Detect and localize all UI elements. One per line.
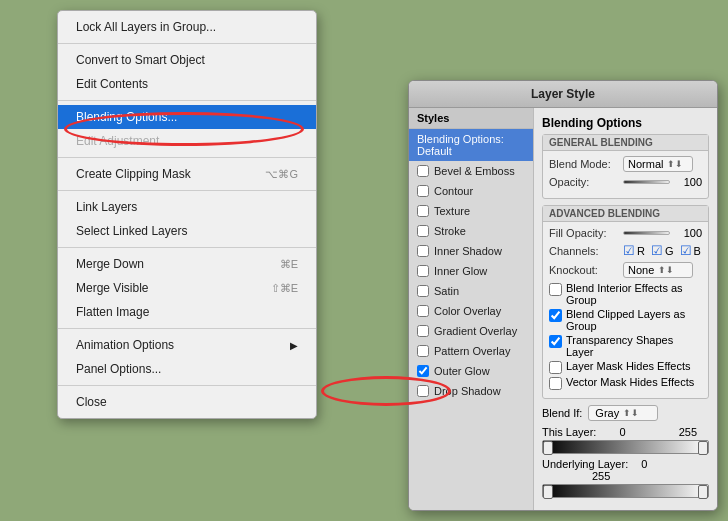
this-layer-label: This Layer: 0 255 — [542, 426, 709, 438]
blend-mode-label: Blend Mode: — [549, 158, 619, 170]
checkbox-outer-glow[interactable] — [417, 365, 429, 377]
styles-header: Styles — [409, 108, 533, 129]
style-item-inner-glow[interactable]: Inner Glow — [409, 261, 533, 281]
advanced-blending-title: Advanced Blending — [543, 206, 708, 222]
checkbox-vector-mask-row: Vector Mask Hides Effects — [549, 376, 702, 390]
menu-item-convert-smart[interactable]: Convert to Smart Object — [58, 48, 316, 72]
this-layer-slider[interactable] — [542, 440, 709, 454]
blending-options-title: Blending Options — [542, 116, 709, 130]
channel-r[interactable]: ☑ R — [623, 243, 645, 258]
checkbox-bevel-emboss[interactable] — [417, 165, 429, 177]
style-item-drop-shadow[interactable]: Drop Shadow — [409, 381, 533, 401]
general-blending-title: General Blending — [543, 135, 708, 151]
opacity-label: Opacity: — [549, 176, 619, 188]
opacity-row: Opacity: 100 — [549, 176, 702, 188]
menu-item-blending-options[interactable]: Blending Options... — [58, 105, 316, 129]
context-menu[interactable]: Lock All Layers in Group... Convert to S… — [57, 10, 317, 419]
checkbox-transparency-shapes-row: Transparency Shapes Layer — [549, 334, 702, 358]
checkbox-transparency-shapes[interactable] — [549, 335, 562, 348]
channel-b[interactable]: ☑ B — [680, 243, 701, 258]
knockout-select[interactable]: None ⬆⬇ — [623, 262, 693, 278]
blend-mode-arrow: ⬆⬇ — [667, 159, 683, 169]
knockout-arrow: ⬆⬇ — [658, 265, 674, 275]
styles-list[interactable]: Styles Blending Options: Default Bevel &… — [409, 108, 534, 510]
menu-item-merge-visible[interactable]: Merge Visible ⇧⌘E — [58, 276, 316, 300]
channel-g[interactable]: ☑ G — [651, 243, 674, 258]
knockout-label: Knockout: — [549, 264, 619, 276]
menu-item-edit-adjustment: Edit Adjustment... — [58, 129, 316, 153]
fill-opacity-slider[interactable] — [623, 231, 670, 235]
checkbox-vector-mask[interactable] — [549, 377, 562, 390]
blend-if-row: Blend If: Gray ⬆⬇ — [542, 405, 709, 421]
style-item-color-overlay[interactable]: Color Overlay — [409, 301, 533, 321]
style-item-satin[interactable]: Satin — [409, 281, 533, 301]
underlying-layer-row: Underlying Layer: 0 255 — [542, 458, 709, 498]
checkbox-layer-mask[interactable] — [549, 361, 562, 374]
fill-opacity-row: Fill Opacity: 100 — [549, 227, 702, 239]
checkbox-gradient-overlay[interactable] — [417, 325, 429, 337]
checkbox-blend-clipped-row: Blend Clipped Layers as Group — [549, 308, 702, 332]
underlying-layer-label: Underlying Layer: 0 255 — [542, 458, 709, 482]
menu-item-flatten-image[interactable]: Flatten Image — [58, 300, 316, 324]
style-item-blending-default[interactable]: Blending Options: Default — [409, 129, 533, 161]
checkbox-pattern-overlay[interactable] — [417, 345, 429, 357]
menu-item-create-clipping[interactable]: Create Clipping Mask ⌥⌘G — [58, 162, 316, 186]
channels-row: Channels: ☑ R ☑ G ☑ B — [549, 243, 702, 258]
channels-label: Channels: — [549, 245, 619, 257]
checkbox-inner-glow[interactable] — [417, 265, 429, 277]
this-layer-row: This Layer: 0 255 — [542, 426, 709, 454]
style-item-texture[interactable]: Texture — [409, 201, 533, 221]
underlying-layer-slider[interactable] — [542, 484, 709, 498]
channels-group: ☑ R ☑ G ☑ B — [623, 243, 701, 258]
style-item-inner-shadow[interactable]: Inner Shadow — [409, 241, 533, 261]
style-item-contour[interactable]: Contour — [409, 181, 533, 201]
checkbox-satin[interactable] — [417, 285, 429, 297]
menu-item-edit-contents[interactable]: Edit Contents — [58, 72, 316, 96]
panel-title: Layer Style — [409, 81, 717, 108]
fill-opacity-label: Fill Opacity: — [549, 227, 619, 239]
this-layer-min: 0 — [619, 426, 625, 438]
style-item-gradient-overlay[interactable]: Gradient Overlay — [409, 321, 533, 341]
menu-item-merge-down[interactable]: Merge Down ⌘E — [58, 252, 316, 276]
blend-if-arrow: ⬆⬇ — [623, 408, 639, 418]
underlying-handle-left[interactable] — [543, 485, 553, 499]
underlying-handle-right[interactable] — [698, 485, 708, 499]
checkbox-blend-clipped[interactable] — [549, 309, 562, 322]
advanced-blending-section: Advanced Blending Fill Opacity: 100 Chan… — [542, 205, 709, 399]
menu-item-link-layers[interactable]: Link Layers — [58, 195, 316, 219]
layer-style-panel: Layer Style Styles Blending Options: Def… — [408, 80, 718, 511]
underlying-min: 0 — [641, 458, 647, 470]
menu-item-animation-options[interactable]: Animation Options — [58, 333, 316, 357]
menu-item-close[interactable]: Close — [58, 390, 316, 414]
general-blending-section: General Blending Blend Mode: Normal ⬆⬇ O… — [542, 134, 709, 199]
opacity-slider[interactable] — [623, 180, 670, 184]
blend-if-select[interactable]: Gray ⬆⬇ — [588, 405, 658, 421]
checkbox-texture[interactable] — [417, 205, 429, 217]
options-panel: Blending Options General Blending Blend … — [534, 108, 717, 510]
checkbox-inner-shadow[interactable] — [417, 245, 429, 257]
this-layer-handle-left[interactable] — [543, 441, 553, 455]
menu-item-panel-options[interactable]: Panel Options... — [58, 357, 316, 381]
blend-if-label: Blend If: — [542, 407, 582, 419]
checkbox-blend-interior-row: Blend Interior Effects as Group — [549, 282, 702, 306]
style-item-outer-glow[interactable]: Outer Glow — [409, 361, 533, 381]
opacity-value: 100 — [674, 176, 702, 188]
menu-item-lock-all[interactable]: Lock All Layers in Group... — [58, 15, 316, 39]
this-layer-handle-right[interactable] — [698, 441, 708, 455]
blend-mode-select[interactable]: Normal ⬆⬇ — [623, 156, 693, 172]
style-item-stroke[interactable]: Stroke — [409, 221, 533, 241]
underlying-max: 255 — [592, 470, 610, 482]
style-item-bevel-emboss[interactable]: Bevel & Emboss — [409, 161, 533, 181]
menu-item-select-linked[interactable]: Select Linked Layers — [58, 219, 316, 243]
checkbox-drop-shadow[interactable] — [417, 385, 429, 397]
blend-mode-row: Blend Mode: Normal ⬆⬇ — [549, 156, 702, 172]
checkbox-blend-interior[interactable] — [549, 283, 562, 296]
checkbox-stroke[interactable] — [417, 225, 429, 237]
style-item-pattern-overlay[interactable]: Pattern Overlay — [409, 341, 533, 361]
checkbox-color-overlay[interactable] — [417, 305, 429, 317]
blend-if-section: Blend If: Gray ⬆⬇ This Layer: 0 255 — [542, 405, 709, 498]
checkbox-layer-mask-row: Layer Mask Hides Effects — [549, 360, 702, 374]
knockout-row: Knockout: None ⬆⬇ — [549, 262, 702, 278]
checkbox-contour[interactable] — [417, 185, 429, 197]
this-layer-max: 255 — [679, 426, 697, 438]
